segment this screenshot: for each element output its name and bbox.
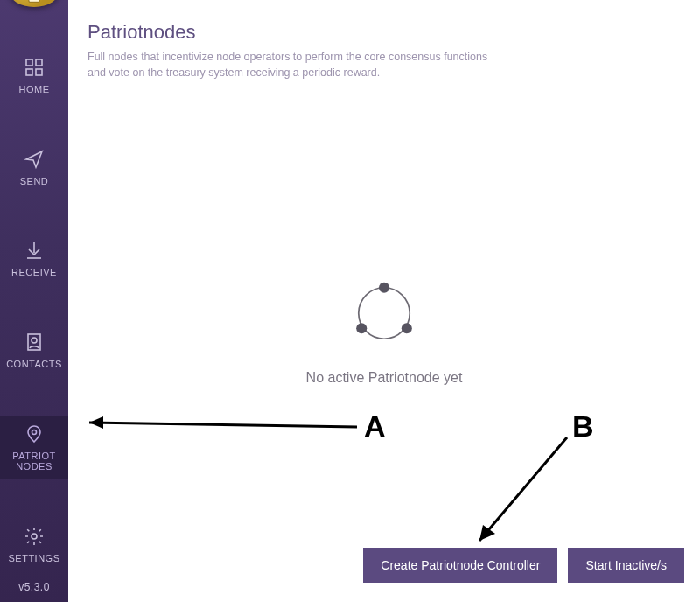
sidebar: T HOME SEND	[0, 0, 68, 602]
svg-rect-2	[36, 60, 42, 66]
app-logo: T	[9, 0, 60, 7]
send-icon	[23, 148, 46, 171]
sidebar-item-label: SETTINGS	[8, 553, 60, 564]
main-panel: Patriotnodes Full nodes that incentivize…	[68, 0, 700, 602]
logo-icon: T	[18, 0, 51, 7]
receive-icon	[23, 239, 46, 262]
sidebar-item-home[interactable]: HOME	[0, 49, 68, 102]
svg-point-6	[32, 338, 37, 343]
footer-buttons: Create Patriotnode Controller Start Inac…	[363, 548, 684, 583]
home-icon	[23, 56, 46, 79]
network-icon	[346, 276, 422, 351]
sidebar-nav: HOME SEND RECEIVE CO	[0, 49, 68, 570]
svg-rect-3	[26, 69, 32, 75]
sidebar-item-label: SEND	[20, 176, 49, 187]
svg-point-7	[32, 430, 37, 434]
svg-point-10	[379, 283, 389, 293]
sidebar-item-label: CONTACTS	[6, 359, 62, 370]
svg-point-11	[356, 323, 367, 333]
svg-point-9	[359, 288, 410, 339]
svg-point-8	[32, 534, 37, 539]
svg-point-12	[402, 323, 412, 333]
contacts-icon	[23, 331, 46, 354]
sidebar-item-patriot-nodes[interactable]: PATRIOT NODES	[0, 416, 68, 480]
sidebar-item-send[interactable]: SEND	[0, 141, 68, 194]
svg-rect-1	[26, 60, 32, 66]
version-text: v5.3.0	[18, 570, 50, 602]
gear-icon	[23, 525, 46, 548]
svg-rect-4	[36, 69, 42, 75]
sidebar-item-label: HOME	[19, 84, 50, 95]
empty-state-text: No active Patriotnode yet	[306, 370, 463, 386]
sidebar-item-label: PATRIOT NODES	[12, 451, 56, 472]
page-title: Patriotnodes	[88, 21, 681, 44]
empty-state: No active Patriotnode yet	[88, 80, 681, 581]
create-patriotnode-button[interactable]: Create Patriotnode Controller	[363, 548, 557, 583]
svg-text:T: T	[30, 0, 39, 1]
patriot-nodes-icon	[23, 423, 46, 445]
sidebar-item-settings[interactable]: SETTINGS	[0, 518, 68, 571]
sidebar-item-contacts[interactable]: CONTACTS	[0, 324, 68, 377]
page-subtitle: Full nodes that incentivize node operato…	[88, 49, 508, 80]
sidebar-item-receive[interactable]: RECEIVE	[0, 232, 68, 285]
start-inactive-button[interactable]: Start Inactive/s	[568, 548, 684, 583]
sidebar-item-label: RECEIVE	[11, 267, 57, 278]
